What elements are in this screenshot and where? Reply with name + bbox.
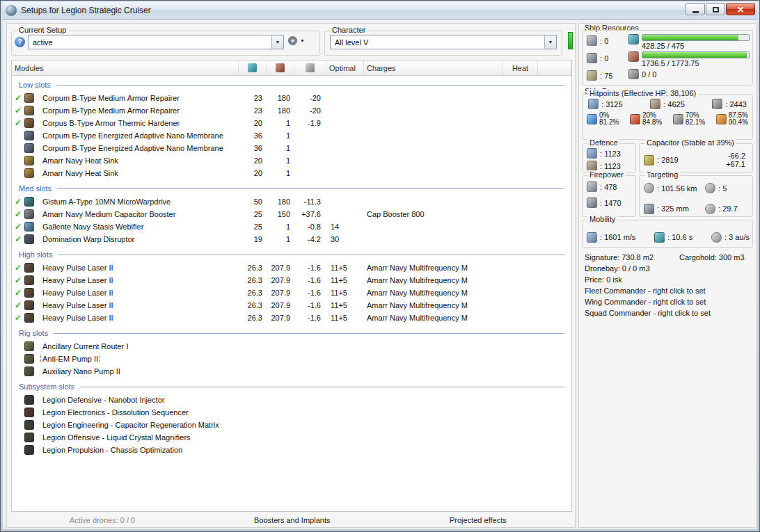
setup-tools-button[interactable]: ▼ [288, 33, 316, 48]
module-row[interactable]: ✓ Corpum B-Type Medium Armor Repairer 23… [12, 92, 571, 104]
module-cpu-value: 50 [239, 198, 267, 206]
module-row[interactable]: ✓ Heavy Pulse Laser II 26.3 207.9 -1.6 1… [12, 312, 571, 324]
module-row[interactable]: Corpum B-Type Energized Adaptive Nano Me… [12, 142, 571, 154]
close-button[interactable]: ✕ [726, 3, 755, 15]
ship-resources-box: 0 0 75 428.25 / 475 [582, 30, 753, 86]
module-row[interactable]: Amarr Navy Heat Sink 20 1 [12, 154, 571, 167]
module-row[interactable]: Legion Defensive - Nanobot Injector [12, 394, 571, 406]
character-combobox[interactable]: All level V ▼ [330, 35, 557, 49]
character-skills-indicator [568, 32, 573, 49]
module-row[interactable]: ✓ Domination Warp Disruptor 19 1 -4.2 30 [12, 233, 571, 245]
module-row[interactable]: ✓ Corpus B-Type Armor Thermic Hardener 2… [12, 117, 571, 129]
module-row[interactable]: ✓ Heavy Pulse Laser II 26.3 207.9 -1.6 1… [12, 287, 571, 299]
scan-resolution-value: 325 mm [657, 204, 689, 213]
powergrid-column-header [267, 61, 294, 75]
setup-combobox[interactable]: active ▼ [28, 35, 284, 49]
module-cpu-value: 36 [239, 131, 267, 140]
capacitor-amount: 2819 [657, 156, 679, 164]
module-name[interactable]: Corpum B-Type Medium Armor Repairer [41, 94, 181, 102]
titlebar[interactable]: Setups for Legion Strategic Cruiser ✕ [3, 2, 757, 19]
fleet-commander-setting[interactable]: Fleet Commander - right click to set [585, 287, 706, 295]
module-cap-value: -1.9 [294, 119, 326, 127]
module-name[interactable]: Amarr Navy Heat Sink [41, 156, 120, 165]
module-name[interactable]: Heavy Pulse Laser II [41, 264, 115, 272]
module-row[interactable]: ✓ Amarr Navy Medium Capacitor Booster 25… [12, 208, 571, 220]
module-name[interactable]: Amarr Navy Medium Capacitor Booster [41, 210, 177, 218]
module-row[interactable]: Amarr Navy Heat Sink 20 1 [12, 167, 571, 179]
maximize-button[interactable] [706, 3, 725, 15]
current-setup-label: Current Setup [17, 26, 68, 34]
pulse-laser-icon [24, 313, 34, 323]
slot-section-title: Low slots [19, 81, 51, 89]
module-name[interactable]: Heavy Pulse Laser II [41, 314, 115, 322]
powergrid-icon [276, 63, 285, 72]
module-row[interactable]: Anti-EM Pump II [12, 353, 571, 365]
warp-disruptor-icon [24, 234, 34, 244]
module-charge[interactable]: Amarr Navy Multifrequency M [364, 301, 503, 309]
module-charge[interactable]: Amarr Navy Multifrequency M [364, 264, 503, 272]
module-active-check-icon: ✓ [12, 222, 24, 232]
module-name[interactable]: Legion Offensive - Liquid Crystal Magnif… [41, 433, 192, 442]
module-row[interactable]: ✓ Gallente Navy Stasis Webifier 25 1 -0.… [12, 220, 571, 233]
module-name[interactable]: Domination Warp Disruptor [41, 235, 136, 243]
sensor-strength-icon [705, 204, 715, 214]
module-row[interactable]: Legion Engineering - Capacitor Regenerat… [12, 419, 571, 431]
module-charge[interactable]: Amarr Navy Multifrequency M [364, 289, 503, 297]
module-cap-value: -20 [294, 94, 326, 102]
dropdown-arrow-icon[interactable]: ▼ [271, 35, 283, 49]
module-name[interactable]: Corpum B-Type Energized Adaptive Nano Me… [41, 144, 225, 152]
module-powergrid-value: 150 [267, 210, 294, 218]
module-row[interactable]: Ancillary Current Router I [12, 340, 571, 353]
module-row[interactable]: ✓ Heavy Pulse Laser II 26.3 207.9 -1.6 1… [12, 274, 571, 287]
pulse-laser-icon [24, 263, 34, 273]
module-row[interactable]: Legion Propulsion - Chassis Optimization [12, 444, 571, 456]
module-name[interactable]: Auxiliary Nano Pump II [41, 367, 122, 376]
module-charge[interactable]: Amarr Navy Multifrequency M [364, 276, 503, 284]
module-row[interactable]: ✓ Heavy Pulse Laser II 26.3 207.9 -1.6 1… [12, 261, 571, 274]
active-drones-label: Active drones: 0 / 0 [70, 516, 135, 524]
module-name[interactable]: Heavy Pulse Laser II [41, 301, 115, 309]
module-charge[interactable]: Cap Booster 800 [364, 210, 503, 218]
volley-icon [587, 198, 597, 208]
warp-speed-icon [711, 232, 722, 243]
module-name[interactable]: Legion Defensive - Nanobot Injector [41, 396, 166, 404]
module-row[interactable]: ✓ Gistum A-Type 10MN MicroWarpdrive 50 1… [12, 195, 571, 208]
module-charge[interactable]: Amarr Navy Multifrequency M [364, 314, 503, 322]
module-row[interactable]: ✓ Heavy Pulse Laser II 26.3 207.9 -1.6 1… [12, 299, 571, 312]
module-name[interactable]: Legion Engineering - Capacitor Regenerat… [41, 421, 221, 429]
module-name[interactable]: Corpum B-Type Medium Armor Repairer [41, 106, 181, 115]
slot-section-title: High slots [19, 250, 52, 259]
wing-commander-setting[interactable]: Wing Commander - right click to set [585, 298, 706, 306]
subsystem-icon [24, 445, 34, 455]
module-row[interactable]: Auxiliary Nano Pump II [12, 365, 571, 378]
module-name[interactable]: Gallente Navy Stasis Webifier [41, 223, 145, 231]
help-icon[interactable]: ? [15, 37, 25, 47]
module-powergrid-value: 1 [267, 156, 294, 165]
module-name[interactable]: Amarr Navy Heat Sink [41, 169, 120, 177]
module-row[interactable]: Legion Electronics - Dissolution Sequenc… [12, 406, 571, 419]
module-row[interactable]: ✓ Corpum B-Type Medium Armor Repairer 23… [12, 104, 571, 117]
module-name[interactable]: Heavy Pulse Laser II [41, 276, 115, 284]
nano-membrane-icon [24, 131, 34, 140]
module-cpu-value: 26.3 [239, 276, 267, 284]
armor-hp-icon [650, 99, 660, 109]
module-name[interactable]: Legion Electronics - Dissolution Sequenc… [41, 408, 190, 417]
squad-commander-setting[interactable]: Squad Commander - right click to set [585, 309, 711, 317]
module-name[interactable]: Corpum B-Type Energized Adaptive Nano Me… [41, 131, 225, 140]
max-velocity-icon [587, 232, 597, 243]
module-name[interactable]: Legion Propulsion - Chassis Optimization [41, 446, 184, 454]
module-name[interactable]: Ancillary Current Router I [41, 342, 130, 350]
firepower-box: Firepower 478 1470 [582, 175, 636, 217]
signature-value: Signature: 730.8 m2 [585, 253, 654, 261]
module-cpu-value: 25 [239, 223, 267, 231]
slot-section-title: Med slots [19, 184, 52, 193]
module-row[interactable]: Legion Offensive - Liquid Crystal Magnif… [12, 431, 571, 444]
dropdown-arrow-icon[interactable]: ▼ [544, 35, 556, 49]
module-row[interactable]: Corpum B-Type Energized Adaptive Nano Me… [12, 129, 571, 142]
minimize-button[interactable] [686, 3, 705, 15]
cpu-bar [642, 34, 750, 41]
module-name[interactable]: Gistum A-Type 10MN MicroWarpdrive [41, 198, 172, 206]
module-name[interactable]: Heavy Pulse Laser II [41, 289, 115, 297]
module-name[interactable]: Anti-EM Pump II [41, 355, 100, 363]
module-name[interactable]: Corpus B-Type Armor Thermic Hardener [41, 119, 181, 127]
